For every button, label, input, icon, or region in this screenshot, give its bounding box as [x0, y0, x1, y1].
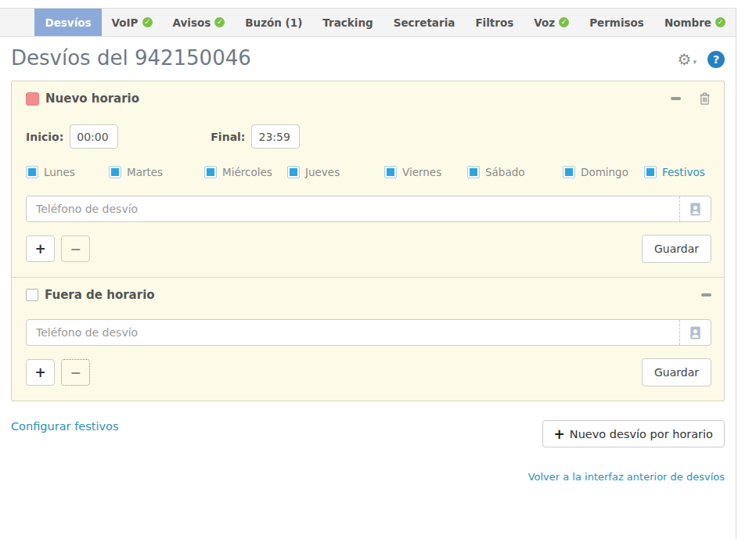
new-schedule-forward-button[interactable]: + Nuevo desvío por horario	[542, 420, 725, 447]
fuera-de-horario-checkbox[interactable]	[26, 289, 38, 301]
add-phone-button[interactable]: +	[26, 235, 55, 262]
tab-label: Voz	[534, 16, 555, 29]
tab-nombre[interactable]: Nombre ✓	[654, 9, 736, 36]
day-label[interactable]: Jueves	[305, 166, 340, 178]
day-item-lunes: Lunes	[26, 166, 109, 178]
section-header: Fuera de horario	[26, 288, 711, 302]
day-label[interactable]: Viernes	[402, 166, 441, 178]
day-label[interactable]: Domingo	[581, 166, 628, 178]
status-check-icon: ✓	[142, 17, 153, 27]
inicio-input[interactable]	[70, 124, 118, 149]
status-check-icon: ✓	[715, 17, 725, 27]
tab-avisos[interactable]: Avisos ✓	[163, 9, 236, 36]
tab-label: Desvíos	[45, 16, 91, 29]
section-nuevo-horario: Nuevo horario Inicio: Final:	[12, 81, 724, 277]
remove-phone-button[interactable]: −	[61, 235, 90, 262]
status-check-icon: ✓	[214, 17, 225, 27]
day-item-miercoles: Miércoles	[204, 166, 287, 178]
actions-row: + − Guardar	[26, 235, 711, 263]
collapse-icon[interactable]	[671, 97, 681, 100]
day-checkbox[interactable]	[287, 166, 300, 178]
settings-menu-button[interactable]: ⚙ ▾	[678, 52, 697, 67]
tab-label: Secretaria	[394, 16, 455, 29]
tab-secretaria[interactable]: Secretaria	[383, 9, 466, 36]
day-item-festivos: Festivos	[644, 166, 705, 178]
tab-label: VoIP	[112, 16, 139, 29]
plus-icon: +	[554, 426, 565, 442]
tab-label: Avisos	[173, 16, 211, 29]
save-button[interactable]: Guardar	[642, 235, 711, 263]
phone-input[interactable]	[27, 320, 679, 345]
day-checkbox[interactable]	[644, 166, 657, 178]
tab-label: Nombre	[664, 16, 711, 29]
save-button[interactable]: Guardar	[642, 358, 711, 386]
day-checkbox[interactable]	[204, 166, 217, 178]
trash-icon[interactable]	[698, 92, 711, 106]
schedule-color-checkbox[interactable]	[26, 92, 39, 106]
add-phone-button[interactable]: +	[26, 359, 55, 386]
day-label[interactable]: Sábado	[485, 166, 525, 178]
day-checkbox[interactable]	[109, 166, 121, 178]
remove-phone-button[interactable]: −	[61, 359, 90, 386]
day-checkbox[interactable]	[563, 166, 575, 178]
contact-book-icon[interactable]	[679, 196, 711, 221]
day-item-jueves: Jueves	[287, 166, 384, 178]
day-item-martes: Martes	[109, 166, 204, 178]
configure-holidays-link[interactable]: Configurar festivos	[11, 420, 118, 433]
inicio-label: Inicio:	[26, 131, 63, 143]
section-title: Fuera de horario	[45, 288, 155, 302]
day-label[interactable]: Miércoles	[222, 166, 272, 178]
day-checkbox[interactable]	[384, 166, 397, 178]
tab-voz[interactable]: Voz ✓	[524, 9, 579, 36]
day-item-sabado: Sábado	[467, 166, 563, 178]
top-navbar: Desvíos VoIP ✓ Avisos ✓ Buzón (1) Tracki…	[0, 8, 736, 37]
actions-row: + − Guardar	[26, 358, 711, 386]
tab-filtros[interactable]: Filtros	[465, 9, 524, 36]
gear-icon: ⚙	[678, 52, 692, 67]
contact-book-icon[interactable]	[679, 320, 711, 345]
collapse-icon[interactable]	[701, 293, 711, 296]
chevron-down-icon: ▾	[693, 58, 697, 66]
status-check-icon: ✓	[559, 17, 569, 27]
day-checkbox[interactable]	[26, 166, 38, 178]
day-label[interactable]: Festivos	[662, 166, 705, 178]
phone-field	[26, 196, 711, 222]
footer-right: + Nuevo desvío por horario Volver a la i…	[528, 420, 725, 483]
phone-input[interactable]	[27, 196, 679, 221]
tab-buzon[interactable]: Buzón (1)	[235, 9, 312, 36]
tab-desvios[interactable]: Desvíos	[34, 9, 101, 36]
tab-label: Permisos	[589, 16, 644, 29]
day-checkbox[interactable]	[467, 166, 480, 178]
page-header: Desvíos del 942150046 ⚙ ▾ ?	[0, 37, 736, 77]
forwarding-panel: Nuevo horario Inicio: Final:	[11, 81, 725, 401]
day-label[interactable]: Lunes	[44, 166, 75, 178]
new-schedule-forward-label: Nuevo desvío por horario	[570, 428, 713, 440]
time-range-row: Inicio: Final:	[26, 124, 711, 149]
final-input[interactable]	[251, 124, 300, 149]
tab-voip[interactable]: VoIP ✓	[102, 9, 163, 36]
phone-field	[26, 319, 711, 346]
back-to-old-interface-link[interactable]: Volver a la interfaz anterior de desvíos	[528, 471, 725, 483]
section-title: Nuevo horario	[45, 92, 139, 106]
page-container: Desvíos VoIP ✓ Avisos ✓ Buzón (1) Tracki…	[0, 8, 736, 539]
section-header: Nuevo horario	[26, 92, 711, 106]
final-label: Final:	[211, 131, 245, 143]
page-title: Desvíos del 942150046	[11, 46, 251, 70]
tab-label: Tracking	[322, 16, 373, 29]
tab-tracking[interactable]: Tracking	[312, 9, 383, 36]
day-item-viernes: Viernes	[384, 166, 467, 178]
header-icons: ⚙ ▾ ?	[678, 51, 725, 68]
footer: Configurar festivos + Nuevo desvío por h…	[0, 401, 736, 483]
tab-permisos[interactable]: Permisos	[579, 9, 654, 36]
tab-label: Filtros	[475, 16, 513, 29]
tab-label: Buzón (1)	[245, 16, 302, 29]
day-label[interactable]: Martes	[127, 166, 163, 178]
day-item-domingo: Domingo	[563, 166, 644, 178]
help-icon[interactable]: ?	[707, 51, 725, 68]
weekdays-row: Lunes Martes Miércoles Jueves Viernes	[26, 166, 711, 178]
section-fuera-de-horario: Fuera de horario + − Guardar	[12, 277, 724, 401]
